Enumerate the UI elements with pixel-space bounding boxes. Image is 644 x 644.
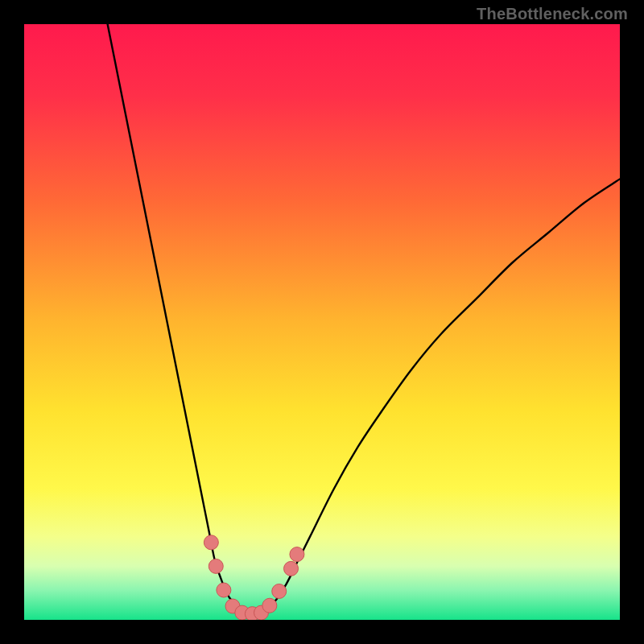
marker-point xyxy=(272,584,287,598)
marker-point xyxy=(208,559,223,573)
marker-point xyxy=(262,598,277,613)
chart-svg xyxy=(24,24,620,620)
marker-point xyxy=(204,535,218,550)
marker-point xyxy=(217,583,231,597)
chart-frame: TheBottleneck.com xyxy=(0,0,644,644)
gradient-background xyxy=(24,24,620,620)
marker-point xyxy=(284,561,299,576)
plot-area xyxy=(24,24,620,620)
marker-point xyxy=(290,547,304,562)
attribution-label: TheBottleneck.com xyxy=(477,5,628,23)
